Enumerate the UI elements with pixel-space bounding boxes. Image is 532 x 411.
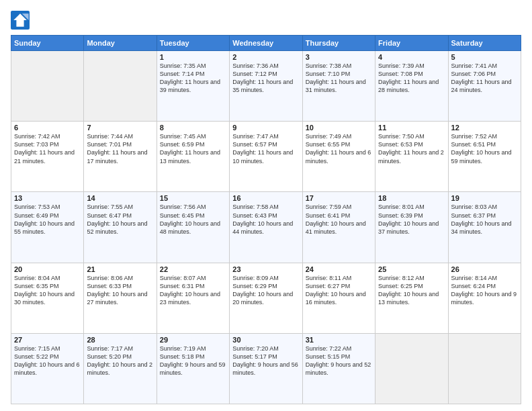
day-number: 21 (87, 265, 153, 273)
day-number: 28 (87, 336, 153, 344)
calendar-cell: 23Sunrise: 8:09 AM Sunset: 6:29 PM Dayli… (230, 263, 302, 333)
calendar-cell (84, 51, 157, 122)
weekday-header-row: SundayMondayTuesdayWednesdayThursdayFrid… (11, 36, 521, 51)
day-number: 3 (306, 53, 372, 61)
day-number: 18 (378, 194, 445, 202)
day-number: 14 (87, 194, 153, 202)
calendar-cell: 9Sunrise: 7:47 AM Sunset: 6:57 PM Daylig… (230, 122, 302, 192)
calendar-cell: 28Sunrise: 7:17 AM Sunset: 5:20 PM Dayli… (84, 333, 157, 404)
calendar-cell: 11Sunrise: 7:50 AM Sunset: 6:53 PM Dayli… (375, 122, 448, 192)
day-number: 19 (451, 194, 518, 202)
day-detail: Sunrise: 8:09 AM Sunset: 6:29 PM Dayligh… (232, 274, 299, 307)
day-detail: Sunrise: 8:03 AM Sunset: 6:37 PM Dayligh… (451, 203, 518, 236)
day-number: 30 (232, 336, 299, 344)
weekday-header: Friday (375, 36, 448, 51)
calendar-cell: 3Sunrise: 7:38 AM Sunset: 7:10 PM Daylig… (302, 51, 375, 122)
weekday-header: Tuesday (157, 36, 229, 51)
day-detail: Sunrise: 7:53 AM Sunset: 6:49 PM Dayligh… (14, 203, 81, 236)
day-number: 23 (232, 265, 299, 273)
day-number: 24 (306, 265, 372, 273)
day-detail: Sunrise: 7:35 AM Sunset: 7:14 PM Dayligh… (160, 62, 226, 95)
day-detail: Sunrise: 7:42 AM Sunset: 7:03 PM Dayligh… (14, 132, 81, 165)
calendar-cell (375, 333, 448, 404)
day-detail: Sunrise: 8:06 AM Sunset: 6:33 PM Dayligh… (87, 274, 153, 307)
calendar-cell: 18Sunrise: 8:01 AM Sunset: 6:39 PM Dayli… (375, 192, 448, 263)
calendar-cell: 14Sunrise: 7:55 AM Sunset: 6:47 PM Dayli… (84, 192, 157, 263)
day-number: 13 (14, 194, 81, 202)
day-number: 31 (306, 336, 372, 344)
calendar-week-row: 6Sunrise: 7:42 AM Sunset: 7:03 PM Daylig… (11, 122, 521, 192)
day-detail: Sunrise: 7:45 AM Sunset: 6:59 PM Dayligh… (160, 132, 226, 165)
calendar-cell: 15Sunrise: 7:56 AM Sunset: 6:45 PM Dayli… (157, 192, 229, 263)
day-detail: Sunrise: 8:01 AM Sunset: 6:39 PM Dayligh… (378, 203, 445, 236)
weekday-header: Saturday (448, 36, 521, 51)
day-detail: Sunrise: 7:52 AM Sunset: 6:51 PM Dayligh… (451, 132, 518, 165)
calendar-cell: 30Sunrise: 7:20 AM Sunset: 5:17 PM Dayli… (230, 333, 302, 404)
day-number: 20 (14, 265, 81, 273)
day-number: 5 (451, 53, 518, 61)
day-detail: Sunrise: 7:58 AM Sunset: 6:43 PM Dayligh… (232, 203, 299, 236)
calendar-week-row: 20Sunrise: 8:04 AM Sunset: 6:35 PM Dayli… (11, 263, 521, 333)
calendar-cell: 12Sunrise: 7:52 AM Sunset: 6:51 PM Dayli… (448, 122, 521, 192)
calendar-cell: 21Sunrise: 8:06 AM Sunset: 6:33 PM Dayli… (84, 263, 157, 333)
day-detail: Sunrise: 7:39 AM Sunset: 7:08 PM Dayligh… (378, 62, 445, 95)
weekday-header: Monday (84, 36, 157, 51)
logo-icon (11, 11, 30, 30)
day-number: 16 (232, 194, 299, 202)
day-detail: Sunrise: 7:44 AM Sunset: 7:01 PM Dayligh… (87, 132, 153, 165)
calendar-cell (11, 51, 84, 122)
day-number: 15 (160, 194, 226, 202)
page: SundayMondayTuesdayWednesdayThursdayFrid… (0, 0, 532, 411)
day-detail: Sunrise: 7:49 AM Sunset: 6:55 PM Dayligh… (306, 132, 372, 165)
day-detail: Sunrise: 7:41 AM Sunset: 7:06 PM Dayligh… (451, 62, 518, 95)
calendar-table: SundayMondayTuesdayWednesdayThursdayFrid… (11, 35, 521, 404)
day-detail: Sunrise: 7:56 AM Sunset: 6:45 PM Dayligh… (160, 203, 226, 236)
day-number: 25 (378, 265, 445, 273)
day-detail: Sunrise: 7:20 AM Sunset: 5:17 PM Dayligh… (232, 345, 299, 377)
day-detail: Sunrise: 8:12 AM Sunset: 6:25 PM Dayligh… (378, 274, 445, 307)
calendar-cell: 1Sunrise: 7:35 AM Sunset: 7:14 PM Daylig… (157, 51, 229, 122)
day-number: 11 (378, 124, 445, 132)
day-detail: Sunrise: 7:59 AM Sunset: 6:41 PM Dayligh… (306, 203, 372, 236)
day-number: 12 (451, 124, 518, 132)
calendar-cell: 19Sunrise: 8:03 AM Sunset: 6:37 PM Dayli… (448, 192, 521, 263)
day-number: 2 (232, 53, 299, 61)
calendar-cell: 2Sunrise: 7:36 AM Sunset: 7:12 PM Daylig… (230, 51, 302, 122)
day-number: 29 (160, 336, 226, 344)
logo (11, 11, 34, 30)
calendar-cell: 13Sunrise: 7:53 AM Sunset: 6:49 PM Dayli… (11, 192, 84, 263)
calendar-cell: 31Sunrise: 7:22 AM Sunset: 5:15 PM Dayli… (302, 333, 375, 404)
calendar-cell: 16Sunrise: 7:58 AM Sunset: 6:43 PM Dayli… (230, 192, 302, 263)
weekday-header: Sunday (11, 36, 84, 51)
calendar-cell: 17Sunrise: 7:59 AM Sunset: 6:41 PM Dayli… (302, 192, 375, 263)
day-detail: Sunrise: 7:15 AM Sunset: 5:22 PM Dayligh… (14, 345, 81, 377)
calendar-cell: 27Sunrise: 7:15 AM Sunset: 5:22 PM Dayli… (11, 333, 84, 404)
calendar-cell: 7Sunrise: 7:44 AM Sunset: 7:01 PM Daylig… (84, 122, 157, 192)
day-detail: Sunrise: 8:11 AM Sunset: 6:27 PM Dayligh… (306, 274, 372, 307)
day-detail: Sunrise: 7:47 AM Sunset: 6:57 PM Dayligh… (232, 132, 299, 165)
calendar-cell: 4Sunrise: 7:39 AM Sunset: 7:08 PM Daylig… (375, 51, 448, 122)
day-detail: Sunrise: 7:22 AM Sunset: 5:15 PM Dayligh… (306, 345, 372, 377)
day-number: 9 (232, 124, 299, 132)
calendar-week-row: 1Sunrise: 7:35 AM Sunset: 7:14 PM Daylig… (11, 51, 521, 122)
day-detail: Sunrise: 7:38 AM Sunset: 7:10 PM Dayligh… (306, 62, 372, 95)
day-detail: Sunrise: 7:17 AM Sunset: 5:20 PM Dayligh… (87, 345, 153, 377)
day-number: 4 (378, 53, 445, 61)
day-detail: Sunrise: 7:36 AM Sunset: 7:12 PM Dayligh… (232, 62, 299, 95)
calendar-cell (448, 333, 521, 404)
calendar-cell: 6Sunrise: 7:42 AM Sunset: 7:03 PM Daylig… (11, 122, 84, 192)
header (11, 11, 521, 30)
calendar-cell: 25Sunrise: 8:12 AM Sunset: 6:25 PM Dayli… (375, 263, 448, 333)
day-detail: Sunrise: 7:50 AM Sunset: 6:53 PM Dayligh… (378, 132, 445, 165)
calendar-cell: 5Sunrise: 7:41 AM Sunset: 7:06 PM Daylig… (448, 51, 521, 122)
day-detail: Sunrise: 8:04 AM Sunset: 6:35 PM Dayligh… (14, 274, 81, 307)
calendar-cell: 24Sunrise: 8:11 AM Sunset: 6:27 PM Dayli… (302, 263, 375, 333)
day-detail: Sunrise: 7:55 AM Sunset: 6:47 PM Dayligh… (87, 203, 153, 236)
day-number: 22 (160, 265, 226, 273)
day-number: 10 (306, 124, 372, 132)
day-detail: Sunrise: 8:14 AM Sunset: 6:24 PM Dayligh… (451, 274, 518, 307)
calendar-cell: 26Sunrise: 8:14 AM Sunset: 6:24 PM Dayli… (448, 263, 521, 333)
day-detail: Sunrise: 7:19 AM Sunset: 5:18 PM Dayligh… (160, 345, 226, 377)
day-number: 7 (87, 124, 153, 132)
calendar-cell: 29Sunrise: 7:19 AM Sunset: 5:18 PM Dayli… (157, 333, 229, 404)
